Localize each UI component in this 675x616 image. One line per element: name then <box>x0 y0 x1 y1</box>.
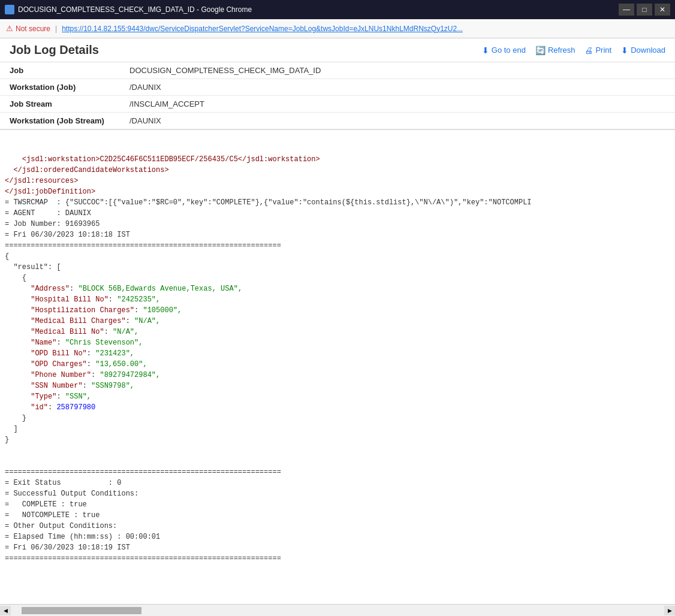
log-line: "Medical Bill Charges": "N/A", <box>5 316 670 327</box>
minimize-button[interactable]: — <box>619 4 634 16</box>
log-line: } <box>5 413 670 424</box>
log-line: = AGENT : DAUNIX <box>5 208 670 219</box>
goto-end-label: Go to end <box>492 46 526 55</box>
job-info-value: /DAUNIX <box>120 113 171 129</box>
log-line: "Hosptilization Charges": "105000", <box>5 305 670 316</box>
job-info-label: Job <box>0 62 120 78</box>
log-line: = Other Output Conditions: <box>5 521 670 532</box>
log-line <box>5 445 670 456</box>
log-line: = COMPLETE : true <box>5 499 670 510</box>
scroll-track[interactable] <box>22 606 653 615</box>
download-label: Download <box>631 46 665 55</box>
log-container[interactable]: <jsdl:workstation>C2D25C46F6C511EDB95ECF… <box>0 130 675 604</box>
log-line: ========================================… <box>5 240 670 251</box>
log-line: ] <box>5 424 670 434</box>
log-line: "Address": "BLOCK 56B,Edwards Avenue,Tex… <box>5 283 670 294</box>
refresh-button[interactable]: 🔄 Refresh <box>535 46 575 55</box>
job-info-row: Job Stream/INSCLAIM_ACCEPT <box>0 96 675 113</box>
not-secure-label: Not secure <box>16 25 50 33</box>
log-line: </jsdl:jobDefinition> <box>5 186 670 197</box>
maximize-button[interactable]: □ <box>637 4 652 16</box>
security-indicator: ⚠ Not secure <box>6 24 50 33</box>
log-line: = Fri 06/30/2023 10:18:19 IST <box>5 542 670 553</box>
log-line: { <box>5 273 670 283</box>
log-line: ========================================… <box>5 553 670 564</box>
log-line: "SSN Number": "SSN9798", <box>5 381 670 391</box>
download-icon: ⬇ <box>621 46 628 55</box>
title-bar: DOCUSIGN_COMPLTENESS_CHECK_IMG_DATA_ID -… <box>0 0 675 19</box>
log-line: </jsdl:orderedCandidateWorkstations> <box>5 165 670 176</box>
log-content: <jsdl:workstation>C2D25C46F6C511EDB95ECF… <box>0 130 675 566</box>
log-line: = Job Number: 91693965 <box>5 219 670 230</box>
window-controls: — □ ✕ <box>619 4 670 16</box>
print-icon: 🖨 <box>584 46 593 55</box>
log-line: "id": 258797980 <box>5 402 670 413</box>
log-line: "Type": "SSN", <box>5 391 670 402</box>
job-info-value: /INSCLAIM_ACCEPT <box>120 96 214 112</box>
horizontal-scrollbar[interactable]: ◀ ▶ <box>0 604 675 616</box>
log-line: "Name": "Chris Stevenson", <box>5 337 670 348</box>
log-line: ========================================… <box>5 467 670 478</box>
scroll-right-button[interactable]: ▶ <box>664 606 675 615</box>
goto-end-icon: ⬇ <box>482 46 489 55</box>
job-info-value: DOCUSIGN_COMPLTENESS_CHECK_IMG_DATA_ID <box>120 62 330 78</box>
log-line: "Medical Bill No": "N/A", <box>5 327 670 337</box>
scroll-thumb[interactable] <box>22 607 141 614</box>
scroll-left-button[interactable]: ◀ <box>0 606 11 615</box>
log-line: { <box>5 251 670 262</box>
job-info-value: /DAUNIX <box>120 79 171 95</box>
log-line <box>5 456 670 467</box>
log-line: } <box>5 434 670 445</box>
main-content: <jsdl:workstation>C2D25C46F6C511EDB95ECF… <box>0 130 675 604</box>
job-info-table: JobDOCUSIGN_COMPLTENESS_CHECK_IMG_DATA_I… <box>0 62 675 130</box>
log-line: = Exit Status : 0 <box>5 478 670 488</box>
browser-icon <box>5 5 14 14</box>
header-actions: ⬇ Go to end 🔄 Refresh 🖨 Print ⬇ Download <box>482 46 665 55</box>
job-info-row: Workstation (Job)/DAUNIX <box>0 79 675 96</box>
url-bar[interactable]: https://10.14.82.155:9443/dwc/ServiceDis… <box>62 25 463 33</box>
log-line: "OPD Charges": "13,650.00", <box>5 359 670 370</box>
log-line: "Hospital Bill No": "2425235", <box>5 294 670 305</box>
print-label: Print <box>595 46 611 55</box>
refresh-icon: 🔄 <box>535 46 546 55</box>
log-line: = Fri 06/30/2023 10:18:18 IST <box>5 230 670 240</box>
job-info-label: Workstation (Job) <box>0 79 120 95</box>
log-line: = TWSRCMAP : {"SUCCOC":[{"value":"$RC=0"… <box>5 197 670 208</box>
log-line: = Elapsed Time (hh:mm:ss) : 00:00:01 <box>5 532 670 542</box>
log-line: = NOTCOMPLETE : true <box>5 510 670 521</box>
refresh-label: Refresh <box>548 46 575 55</box>
log-line: <jsdl:workstation>C2D25C46F6C511EDB95ECF… <box>5 154 670 165</box>
log-line: "OPD Bill No": "231423", <box>5 348 670 359</box>
log-line: = Successful Output Conditions: <box>5 488 670 499</box>
log-line: "Phone Number": "89279472984", <box>5 370 670 381</box>
job-info-label: Job Stream <box>0 96 120 112</box>
download-button[interactable]: ⬇ Download <box>621 46 665 55</box>
goto-end-button[interactable]: ⬇ Go to end <box>482 46 526 55</box>
job-info-row: Workstation (Job Stream)/DAUNIX <box>0 113 675 129</box>
page-header: Job Log Details ⬇ Go to end 🔄 Refresh 🖨 … <box>0 38 675 62</box>
print-button[interactable]: 🖨 Print <box>584 46 611 55</box>
job-info-row: JobDOCUSIGN_COMPLTENESS_CHECK_IMG_DATA_I… <box>0 62 675 79</box>
log-line: </jsdl:resources> <box>5 176 670 186</box>
page-title: Job Log Details <box>10 43 99 57</box>
separator: | <box>55 25 57 33</box>
job-info-label: Workstation (Job Stream) <box>0 113 120 129</box>
warning-icon: ⚠ <box>6 24 13 33</box>
address-bar: ⚠ Not secure | https://10.14.82.155:9443… <box>0 19 675 38</box>
window-title: DOCUSIGN_COMPLTENESS_CHECK_IMG_DATA_ID -… <box>18 5 619 14</box>
close-button[interactable]: ✕ <box>655 4 670 16</box>
log-line: "result": [ <box>5 262 670 273</box>
